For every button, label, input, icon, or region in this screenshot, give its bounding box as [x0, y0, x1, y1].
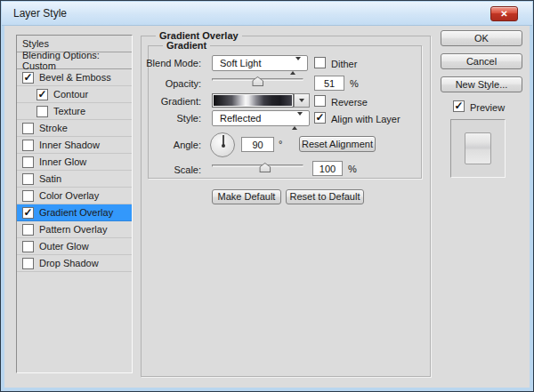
style-dropdown[interactable]: Reflected [212, 110, 310, 126]
angle-label: Angle: [59, 139, 201, 151]
angle-unit: ° [279, 138, 282, 150]
checkbox-icon[interactable] [22, 140, 34, 151]
checkbox-icon[interactable] [22, 190, 34, 202]
dither-checkbox[interactable] [314, 57, 326, 68]
close-icon: ✕ [500, 9, 507, 19]
close-button[interactable]: ✕ [490, 6, 518, 21]
checkbox-icon[interactable] [22, 156, 34, 168]
scale-input[interactable] [312, 161, 343, 176]
style-value: Reflected [220, 113, 261, 124]
reset-to-default-button[interactable]: Reset to Default [286, 189, 364, 204]
window-title: Layer Style [13, 7, 67, 20]
checkbox-icon[interactable] [22, 173, 34, 185]
updown-arrows-icon [292, 114, 303, 128]
checkbox-icon[interactable]: ✓ [22, 207, 34, 219]
gradient-preview[interactable] [212, 93, 294, 108]
gradient-picker-button[interactable] [294, 93, 310, 108]
checkbox-icon[interactable] [36, 106, 48, 117]
opacity-unit: % [350, 77, 359, 90]
blend-mode-label: Blend Mode: [59, 57, 201, 69]
checkbox-icon[interactable] [22, 241, 34, 252]
reset-alignment-button[interactable]: Reset Alignment [299, 136, 376, 152]
dither-label: Dither [331, 58, 357, 70]
opacity-slider[interactable] [212, 75, 303, 87]
layer-style-dialog: Layer Style ✕ StylesBlending Options: Cu… [0, 0, 534, 392]
blend-mode-value: Soft Light [220, 58, 261, 68]
preview-checkbox[interactable]: ✓ [453, 100, 465, 112]
cancel-button[interactable]: Cancel [441, 53, 522, 69]
align-with-layer-label: Align with Layer [331, 113, 400, 125]
chevron-down-icon [299, 99, 304, 102]
new-style-button[interactable]: New Style... [441, 76, 522, 92]
style-item-label: Pattern Overlay [39, 224, 107, 235]
checkbox-icon[interactable]: ✓ [22, 72, 34, 84]
opacity-label: Opacity: [59, 77, 201, 90]
style-item-outer-glow[interactable]: Outer Glow [17, 238, 132, 255]
title-bar[interactable]: Layer Style ✕ [2, 2, 532, 26]
style-preview-thumbnail [450, 119, 506, 178]
make-default-button[interactable]: Make Default [212, 189, 281, 204]
inner-group-title: Gradient [163, 40, 210, 51]
scale-slider-track[interactable] [212, 164, 303, 167]
style-item-label: Drop Shadow [39, 258, 99, 268]
scale-label: Scale: [59, 164, 201, 176]
angle-center-dot-icon [222, 144, 225, 148]
opacity-input[interactable] [314, 76, 344, 91]
align-with-layer-checkbox[interactable]: ✓ [314, 112, 326, 124]
reverse-label: Reverse [331, 96, 368, 108]
preview-label: Preview [470, 101, 505, 114]
scale-slider[interactable] [212, 161, 303, 173]
reverse-checkbox[interactable] [314, 95, 326, 107]
checkbox-icon[interactable] [22, 123, 34, 134]
gradient-label: Gradient: [59, 95, 201, 108]
blend-mode-dropdown[interactable]: Soft Light [212, 55, 308, 71]
dialog-content: StylesBlending Options: Custom✓Bevel & E… [4, 26, 530, 388]
style-item-drop-shadow[interactable]: Drop Shadow [17, 255, 132, 272]
style-item-label: Color Overlay [39, 190, 99, 201]
checkbox-icon[interactable] [22, 258, 34, 269]
style-item-label: Styles [22, 38, 49, 49]
style-preview-swatch [465, 132, 491, 164]
style-item-color-overlay[interactable]: Color Overlay [17, 188, 132, 204]
style-label: Style: [59, 112, 201, 124]
checkbox-icon[interactable]: ✓ [36, 89, 48, 100]
style-item-label: Gradient Overlay [39, 207, 113, 218]
ok-button[interactable]: OK [441, 30, 522, 46]
checkbox-icon[interactable] [22, 224, 34, 236]
style-item-pattern-overlay[interactable]: Pattern Overlay [17, 221, 132, 238]
style-item-gradient-overlay[interactable]: ✓Gradient Overlay [17, 204, 132, 221]
angle-dial[interactable] [210, 132, 235, 157]
style-item-label: Outer Glow [39, 241, 89, 252]
scale-unit: % [348, 163, 357, 175]
updown-arrows-icon [290, 59, 301, 73]
angle-input[interactable] [241, 137, 274, 152]
